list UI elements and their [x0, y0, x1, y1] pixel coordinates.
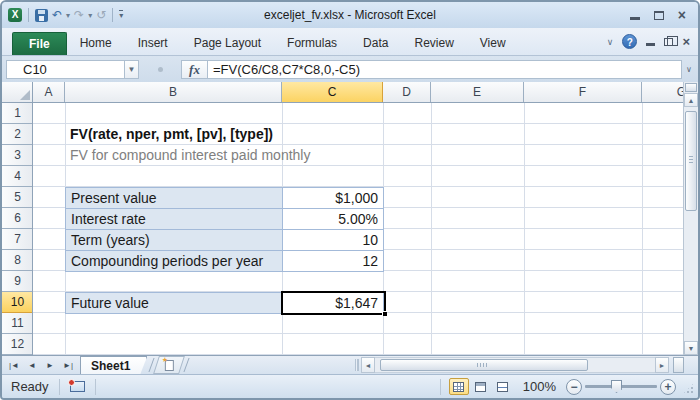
- name-box[interactable]: C10: [6, 60, 124, 79]
- row-header-6[interactable]: 6: [2, 208, 33, 229]
- cell-C6[interactable]: 5.00%: [282, 208, 384, 230]
- row-header-11[interactable]: 11: [2, 313, 33, 334]
- tab-review[interactable]: Review: [401, 32, 466, 55]
- save-icon[interactable]: [35, 9, 48, 22]
- zoom-slider-thumb[interactable]: [611, 380, 622, 393]
- close-icon[interactable]: ×: [678, 9, 686, 21]
- vertical-scroll-track[interactable]: [684, 107, 698, 341]
- cell-B8[interactable]: Compounding periods per year: [65, 250, 283, 272]
- separator: [28, 8, 29, 22]
- vertical-scroll-thumb[interactable]: [685, 111, 697, 211]
- cell-B10[interactable]: Future value: [65, 292, 283, 314]
- tab-home[interactable]: Home: [67, 32, 125, 55]
- separator: [112, 8, 113, 22]
- tab-split-handle[interactable]: [355, 359, 359, 371]
- cell-B5[interactable]: Present value: [65, 187, 283, 209]
- maximize-icon[interactable]: [654, 11, 664, 20]
- page-layout-view-button[interactable]: [471, 378, 491, 395]
- tab-formulas[interactable]: Formulas: [274, 32, 350, 55]
- cell-C8[interactable]: 12: [282, 250, 384, 272]
- new-sheet-icon: [165, 360, 174, 371]
- row-header-4[interactable]: 4: [2, 166, 33, 187]
- normal-view-button[interactable]: [449, 378, 469, 395]
- excel-logo-icon[interactable]: X: [8, 8, 22, 22]
- row-header-9[interactable]: 9: [2, 271, 33, 292]
- row-header-10[interactable]: 10: [2, 292, 33, 313]
- tab-insert[interactable]: Insert: [125, 32, 181, 55]
- workbook-close-icon[interactable]: ×: [682, 36, 690, 47]
- horizontal-scroll-thumb[interactable]: [380, 359, 588, 371]
- vertical-scrollbar[interactable]: ▲ ▼: [683, 82, 698, 355]
- redo-icon[interactable]: ↷: [74, 8, 84, 22]
- fill-handle[interactable]: [382, 311, 387, 316]
- workbook-minimize-icon[interactable]: [646, 43, 655, 46]
- row-header-3[interactable]: 3: [2, 145, 33, 166]
- cell-grid[interactable]: FV(rate, nper, pmt, [pv], [type])FV for …: [33, 103, 683, 355]
- separator: [440, 379, 441, 395]
- horizontal-scroll-track[interactable]: [375, 357, 655, 373]
- minimize-icon[interactable]: [630, 17, 640, 20]
- cell-B3[interactable]: FV for compound interest paid monthly: [65, 145, 310, 167]
- undo-icon[interactable]: ↶: [52, 8, 62, 22]
- help-icon[interactable]: ?: [622, 34, 637, 49]
- scroll-down-icon[interactable]: ▼: [684, 341, 698, 355]
- formula-bar-resize-handle[interactable]: [139, 60, 181, 79]
- macro-record-icon[interactable]: [70, 381, 85, 392]
- zoom-in-icon[interactable]: +: [660, 379, 676, 395]
- tab-scroll-split-box[interactable]: [673, 357, 684, 373]
- row-header-7[interactable]: 7: [2, 229, 33, 250]
- gridline: [524, 103, 525, 355]
- ribbon-tab-row: File HomeInsertPage LayoutFormulasDataRe…: [2, 28, 698, 55]
- gridline: [642, 103, 643, 355]
- horizontal-scrollbar[interactable]: ◄ ►: [361, 357, 669, 373]
- zoom-level[interactable]: 100%: [523, 379, 556, 394]
- column-header-F[interactable]: F: [524, 82, 642, 103]
- prev-sheet-icon[interactable]: ◄: [24, 361, 40, 370]
- cell-B2[interactable]: FV(rate, nper, pmt, [pv], [type]): [65, 124, 273, 146]
- last-sheet-icon[interactable]: ►|: [60, 361, 76, 370]
- expand-formula-bar-icon[interactable]: ∨: [682, 60, 696, 79]
- scroll-up-icon[interactable]: ▲: [684, 93, 698, 107]
- next-sheet-icon[interactable]: ►: [42, 361, 58, 370]
- insert-function-icon[interactable]: fx: [181, 60, 207, 79]
- zoom-out-icon[interactable]: −: [566, 379, 582, 395]
- select-all-corner[interactable]: [2, 82, 33, 103]
- tab-page-layout[interactable]: Page Layout: [181, 32, 274, 55]
- scroll-left-icon[interactable]: ◄: [361, 357, 375, 373]
- first-sheet-icon[interactable]: |◄: [6, 361, 22, 370]
- page-break-view-button[interactable]: [493, 378, 513, 395]
- column-header-A[interactable]: A: [33, 82, 65, 103]
- cell-B6[interactable]: Interest rate: [65, 208, 283, 230]
- cell-C5[interactable]: $1,000: [282, 187, 384, 209]
- name-box-dropdown-icon[interactable]: ▼: [124, 60, 139, 79]
- column-header-G[interactable]: G: [642, 82, 683, 103]
- column-header-E[interactable]: E: [431, 82, 524, 103]
- scroll-right-icon[interactable]: ►: [655, 357, 669, 373]
- split-box-handle[interactable]: [685, 83, 697, 92]
- resize-grip-icon[interactable]: [682, 382, 695, 395]
- tab-file[interactable]: File: [12, 32, 67, 55]
- column-header-B[interactable]: B: [65, 82, 282, 103]
- customize-qat-dropdown-icon[interactable]: ▾: [119, 10, 123, 20]
- cell-C7[interactable]: 10: [282, 229, 384, 251]
- row-header-8[interactable]: 8: [2, 250, 33, 271]
- status-mode: Ready: [2, 379, 59, 394]
- repeat-icon[interactable]: ↺: [96, 8, 106, 22]
- workbook-restore-icon[interactable]: [664, 38, 673, 46]
- column-header-D[interactable]: D: [383, 82, 431, 103]
- row-header-1[interactable]: 1: [2, 103, 33, 124]
- row-header-2[interactable]: 2: [2, 124, 33, 145]
- sheet-tab-sheet1[interactable]: Sheet1: [80, 356, 147, 374]
- zoom-slider[interactable]: [585, 385, 657, 388]
- cell-B7[interactable]: Term (years): [65, 229, 283, 251]
- formula-input[interactable]: =FV(C6/C8,C7*C8,0,-C5): [207, 60, 682, 79]
- column-header-C[interactable]: C: [282, 82, 383, 103]
- tab-view[interactable]: View: [467, 32, 519, 55]
- undo-dropdown-icon[interactable]: ▾: [66, 11, 70, 20]
- row-header-5[interactable]: 5: [2, 187, 33, 208]
- tab-data[interactable]: Data: [350, 32, 401, 55]
- row-header-12[interactable]: 12: [2, 334, 33, 355]
- insert-worksheet-icon[interactable]: [153, 356, 185, 374]
- redo-dropdown-icon[interactable]: ▾: [88, 11, 92, 20]
- expand-ribbon-icon[interactable]: ∨: [607, 37, 614, 47]
